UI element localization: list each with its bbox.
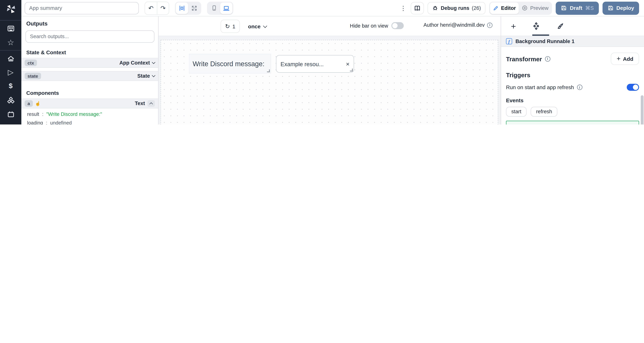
- event-chip-start[interactable]: start: [506, 107, 527, 116]
- component-a-type: Text: [135, 100, 145, 106]
- debug-runs-count: (26): [472, 5, 481, 11]
- redo-button[interactable]: ↷: [157, 2, 169, 14]
- rail-divider: [0, 50, 21, 50]
- text-component-value: Write Discord message:: [189, 60, 264, 68]
- desktop-view-button[interactable]: [220, 2, 232, 14]
- search-outputs-input[interactable]: [26, 30, 154, 43]
- windmill-logo-icon[interactable]: [5, 4, 16, 16]
- info-icon[interactable]: i: [577, 85, 582, 90]
- triggers-label: Triggers: [506, 72, 639, 78]
- undo-redo-group: ↶ ↷: [144, 2, 169, 14]
- function-icon: f: [506, 38, 512, 44]
- resources-boxes-icon[interactable]: [3, 93, 18, 107]
- info-icon[interactable]: i: [545, 56, 550, 62]
- author-label: Author henri@windmill.dev: [424, 22, 485, 28]
- event-chip-refresh[interactable]: refresh: [531, 107, 558, 116]
- debug-runs-button[interactable]: Debug runs (26): [428, 2, 486, 14]
- chevron-down-icon: [263, 24, 267, 28]
- component-a-badge: a: [24, 100, 33, 107]
- more-menu-kebab-icon[interactable]: ⋮: [399, 4, 407, 12]
- draft-button[interactable]: Draft ⌘S: [556, 2, 599, 14]
- canvas-region: Write Discord message: Example resou... …: [158, 36, 500, 124]
- expand-button[interactable]: [188, 2, 200, 14]
- state-badge: state: [24, 73, 41, 79]
- run-on-start-label: Run on start and app refresh: [506, 84, 574, 90]
- mobile-view-button[interactable]: [208, 2, 220, 14]
- hide-bar-label: Hide bar on view: [350, 23, 388, 28]
- app-canvas[interactable]: Write Discord message: Example resou... …: [160, 40, 498, 124]
- tab-insert-plus-icon[interactable]: +: [511, 21, 516, 31]
- rail-divider: [0, 20, 21, 20]
- apps-icon[interactable]: [3, 21, 18, 35]
- hide-bar-toggle[interactable]: [392, 22, 404, 29]
- resource-select-component[interactable]: Example resou... ×: [276, 55, 354, 72]
- refresh-icon: ↻: [225, 23, 230, 30]
- top-toolbar: ↶ ↷ ⋮ Debug runs: [21, 0, 644, 16]
- editor-preview-seg: Editor Preview: [489, 2, 552, 14]
- schedules-calendar-icon[interactable]: [3, 107, 18, 121]
- outputs-panel: Outputs State & Context ctx App Context …: [21, 16, 158, 124]
- inspector-scrollbar[interactable]: [641, 95, 644, 124]
- result-value: "Write Discord message:": [46, 111, 102, 118]
- draft-shortcut: ⌘S: [585, 5, 594, 11]
- run-on-start-toggle[interactable]: [627, 84, 639, 91]
- runs-play-icon[interactable]: ▷: [3, 65, 18, 79]
- refresh-count: 1: [232, 23, 236, 29]
- home-icon[interactable]: [3, 51, 18, 65]
- select-value: Example resou...: [280, 60, 324, 67]
- layout-seg-control: [175, 2, 201, 14]
- component-a-row[interactable]: a ☝ Text: [21, 98, 158, 108]
- ctx-badge: ctx: [24, 60, 37, 66]
- inspector-body: Transformeri +Add Triggers Run on start …: [501, 47, 644, 124]
- values-watched-box: Values watched b.result × +Add dependenc…: [506, 121, 639, 124]
- undo-button[interactable]: ↶: [145, 2, 157, 14]
- ctx-row[interactable]: ctx App Context: [21, 58, 158, 68]
- text-component[interactable]: Write Discord message:: [189, 54, 271, 74]
- state-type: State: [137, 73, 150, 79]
- refresh-mode-select[interactable]: once: [248, 20, 267, 33]
- docs-book-button[interactable]: [411, 2, 424, 14]
- center-align-button[interactable]: [176, 2, 188, 14]
- state-context-header: State & Context: [26, 49, 153, 56]
- collapse-button[interactable]: [148, 100, 155, 107]
- tab-editor[interactable]: Editor: [490, 2, 519, 14]
- tab-settings-diamonds-icon[interactable]: [532, 22, 540, 30]
- inspector-panel: + f Background Runnable 1 Transformeri +…: [500, 16, 644, 124]
- chevron-down-icon[interactable]: [152, 74, 155, 77]
- variables-dollar-icon[interactable]: $: [3, 79, 18, 93]
- app-summary-input[interactable]: [24, 2, 139, 14]
- info-icon[interactable]: i: [487, 22, 492, 28]
- resize-handle[interactable]: [267, 70, 270, 72]
- tab-theme-paintbrush-icon[interactable]: [557, 22, 564, 30]
- refresh-counter-button[interactable]: ↻ 1: [220, 20, 240, 33]
- deploy-button[interactable]: Deploy: [602, 2, 639, 14]
- state-row[interactable]: state State: [21, 71, 158, 81]
- components-header: Components: [26, 90, 153, 96]
- app-root: ☆ ▷ $ →: [0, 0, 644, 124]
- center-column: ↻ 1 once Hide bar on view Author henri@w…: [158, 16, 500, 124]
- resize-handle[interactable]: [350, 68, 353, 72]
- tab-preview[interactable]: Preview: [519, 2, 552, 14]
- chevron-down-icon[interactable]: [152, 60, 155, 64]
- inspector-tabs: +: [501, 16, 644, 36]
- pointer-icon: ☝: [35, 101, 41, 106]
- canvas-toolbar: ↻ 1 once Hide bar on view Author henri@w…: [158, 16, 500, 36]
- inspector-header-title: Background Runnable 1: [516, 38, 574, 44]
- favorites-star-icon[interactable]: ☆: [3, 35, 18, 49]
- events-label: Events: [506, 97, 639, 104]
- active-tab-underline: [532, 34, 549, 36]
- inspector-header: f Background Runnable 1: [501, 36, 644, 47]
- outputs-title: Outputs: [26, 20, 153, 27]
- device-seg-control: [207, 2, 233, 14]
- add-transformer-button[interactable]: +Add: [611, 52, 639, 65]
- transformer-label: Transformer: [506, 55, 542, 62]
- left-nav-rail: ☆ ▷ $ →: [0, 0, 21, 124]
- debug-runs-label: Debug runs: [441, 5, 469, 11]
- loading-value: undefined: [50, 120, 72, 124]
- ctx-type: App Context: [120, 60, 150, 66]
- clear-select-icon[interactable]: ×: [346, 60, 350, 68]
- component-a-details: result:"Write Discord message:" loading:…: [21, 108, 158, 124]
